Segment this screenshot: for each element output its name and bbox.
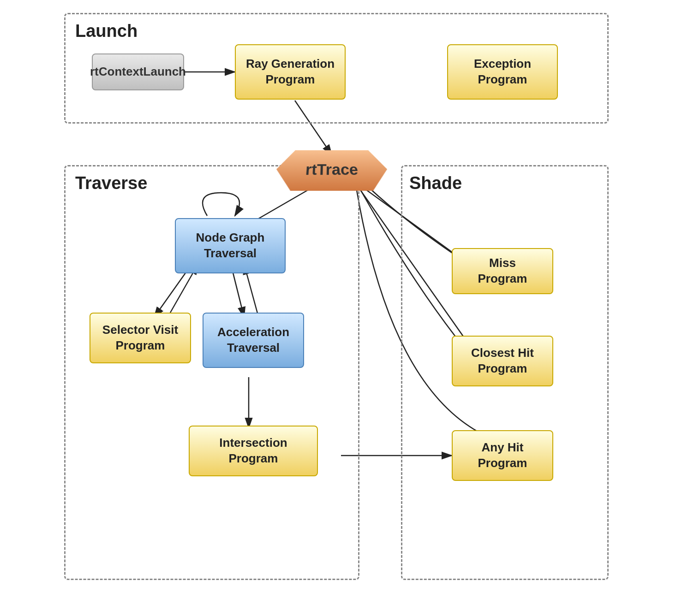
miss-program-node: MissProgram [452,248,553,294]
closest-hit-program-node: Closest HitProgram [452,336,553,386]
shade-label: Shade [409,173,462,193]
rt-trace-node: rtTrace [276,149,387,190]
node-graph-traversal-node: Node GraphTraversal [175,218,286,273]
rt-trace-label: rtTrace [305,160,359,178]
diagram-container: Launch Traverse Shade rtContextLaunch Ra… [64,13,618,603]
acceleration-traversal-node: AccelerationTraversal [203,313,304,368]
launch-label: Launch [75,21,138,41]
ray-generation-program-node: Ray GenerationProgram [235,44,346,100]
rt-context-launch-node: rtContextLaunch [92,53,184,90]
selector-visit-program-node: Selector VisitProgram [90,313,191,363]
any-hit-program-node: Any HitProgram [452,430,553,481]
intersection-program-node: IntersectionProgram [189,426,318,476]
exception-program-node: ExceptionProgram [447,44,558,100]
traverse-label: Traverse [75,173,147,193]
